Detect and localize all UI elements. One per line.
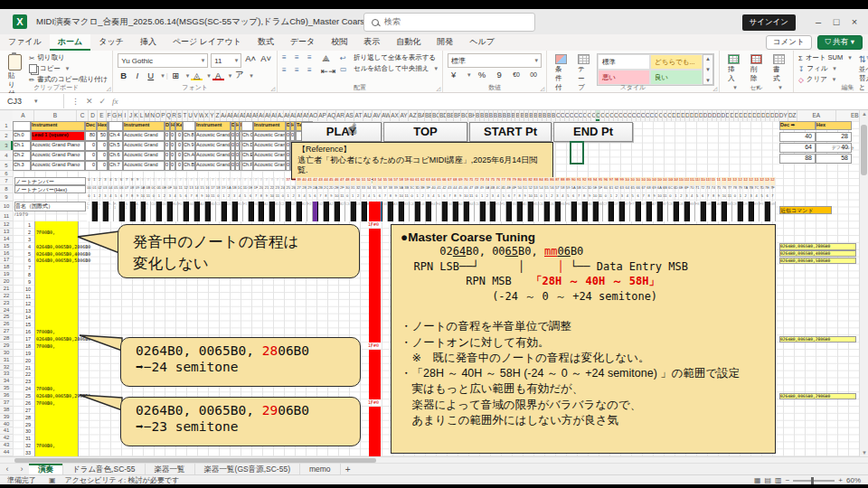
- value-cell[interactable]: 0: [175, 161, 183, 171]
- instrument-header-cell: Instrument: [123, 121, 165, 131]
- value-cell[interactable]: Ch.1: [13, 141, 31, 151]
- zoom-slider-thumb[interactable]: [811, 477, 814, 484]
- value-cell[interactable]: 0: [85, 161, 97, 171]
- callout-minus24[interactable]: 0264B0, 0065B0, 2806B0➡−24 semitone: [120, 337, 361, 387]
- value-cell[interactable]: Ch.0: [13, 131, 31, 141]
- reference-note-box[interactable]: 【Reference】逃亡者「初心者になるための耳コピMIDI講座」,2025年…: [291, 142, 553, 180]
- value-cell[interactable]: Ch.5: [108, 141, 123, 151]
- instrument-cell[interactable]: Acoustic Grand: [123, 131, 165, 141]
- value-cell[interactable]: Ch.8: [183, 131, 195, 141]
- scroll-down-icon[interactable]: ▼: [860, 450, 868, 455]
- value-cell[interactable]: Ch.B: [183, 161, 195, 171]
- page-break-view-icon[interactable]: ▥: [775, 476, 782, 484]
- value-cell[interactable]: Ch.A: [183, 151, 195, 161]
- measure-number-cell: 5: [13, 251, 31, 257]
- value-cell[interactable]: 0: [97, 161, 108, 171]
- value-cell[interactable]: Ch.6: [108, 151, 123, 161]
- end-pt-button[interactable]: END Pt: [553, 122, 633, 142]
- macro-record-icon[interactable]: ▣: [49, 476, 56, 484]
- key-label: D-1: [98, 202, 101, 210]
- midi-command-cell[interactable]: 7F00B0,: [36, 230, 55, 235]
- vertical-scroll-thumb[interactable]: [861, 125, 867, 175]
- midi-command-cell[interactable]: 7F00B0,: [36, 400, 55, 406]
- play-button[interactable]: PLAY: [301, 122, 382, 142]
- zoom-in-icon[interactable]: +: [838, 476, 843, 484]
- key-label: A6: [588, 202, 591, 206]
- midi-command-approx-cell[interactable]: 0264B0,0065B0,4006B0: [779, 250, 856, 257]
- value-cell[interactable]: Ch.4: [108, 131, 123, 141]
- value-cell[interactable]: Ch.E: [241, 151, 253, 161]
- value-cell[interactable]: 80: [85, 131, 97, 141]
- value-cell[interactable]: 0: [97, 141, 108, 151]
- key-label: F2: [307, 202, 311, 206]
- scroll-up-icon[interactable]: ▲: [860, 111, 868, 117]
- top-button[interactable]: TOP: [383, 122, 467, 142]
- zoom-slider[interactable]: [793, 480, 835, 482]
- instrument-cell[interactable]: Lead 1 (square): [31, 131, 85, 141]
- value-cell[interactable]: 0: [175, 151, 183, 161]
- instrument-cell[interactable]: Acoustic Grand Piano: [31, 161, 85, 171]
- text-part: RPN LSB──┘ │: [401, 260, 557, 273]
- dechex-dec-cell[interactable]: 64: [779, 143, 816, 153]
- instrument-cell[interactable]: Acoustic Grand: [195, 131, 231, 141]
- midi-command-cell[interactable]: 7F00B0,: [36, 443, 55, 448]
- key-label: F-1: [114, 202, 118, 210]
- value-cell[interactable]: 0: [85, 141, 97, 151]
- instrument-cell[interactable]: Acoustic Grand: [123, 151, 165, 161]
- value-cell[interactable]: Ch.9: [183, 141, 195, 151]
- midi-command-approx-cell[interactable]: 0264B0,0065B0,5806B0: [779, 258, 856, 264]
- value-cell[interactable]: Ch.3: [13, 161, 31, 171]
- midi-command-cell[interactable]: 7F00B0,: [36, 343, 55, 349]
- zoom-level[interactable]: 60%: [846, 476, 861, 484]
- playback-position-bar: [369, 350, 381, 399]
- instrument-cell[interactable]: Acoustic Grand: [123, 161, 165, 171]
- instrument-cell[interactable]: Acoustic Grand: [253, 131, 286, 141]
- callout-no-pitch-change[interactable]: 発音中のノートの音程は変化しない: [118, 224, 360, 278]
- value-cell[interactable]: Ch.7: [108, 161, 123, 171]
- instrument-cell[interactable]: Acoustic Grand: [123, 141, 165, 151]
- value-cell[interactable]: Ch.D: [241, 141, 253, 151]
- value-cell[interactable]: 0: [85, 151, 97, 161]
- measure-number-cell: 32: [13, 443, 31, 448]
- instrument-cell[interactable]: Acoustic Grand: [195, 141, 231, 151]
- measure-number-cell: 15: [13, 322, 31, 327]
- selected-cell-outline: [570, 141, 584, 164]
- normal-view-icon[interactable]: ▦: [754, 476, 761, 484]
- page-layout-view-icon[interactable]: ▤: [765, 476, 772, 484]
- midi-command-cell[interactable]: 7F00B0,: [36, 386, 55, 391]
- callout-minus23[interactable]: 0264B0, 0065B0, 2906B0➡−23 semitone: [120, 397, 361, 446]
- instrument-cell[interactable]: Acoustic Grand: [253, 151, 286, 161]
- dechex-dec-cell[interactable]: 40: [779, 132, 816, 142]
- midi-command-approx-cell[interactable]: 0264B0,0065B0,2906B0: [779, 393, 856, 399]
- key-label: D1: [227, 202, 231, 206]
- midi-command-approx-cell[interactable]: 0264B0,0065B0,2806B0: [779, 336, 856, 343]
- vertical-scrollbar[interactable]: ▲ ▼: [859, 110, 868, 456]
- value-cell[interactable]: 0: [175, 131, 183, 141]
- value-cell[interactable]: Ch.2: [13, 151, 31, 161]
- value-cell[interactable]: Ch.F: [241, 161, 253, 171]
- instrument-cell[interactable]: Acoustic Grand: [253, 141, 286, 151]
- value-cell[interactable]: 0: [97, 151, 108, 161]
- instrument-header-cell: Instrument: [195, 121, 231, 131]
- value-cell[interactable]: Ch.C: [241, 131, 253, 141]
- dechex-dec-cell[interactable]: 88: [779, 154, 816, 164]
- zoom-out-icon[interactable]: −: [786, 476, 790, 484]
- dechex-hex-cell[interactable]: 28: [816, 132, 852, 142]
- instrument-cell[interactable]: Acoustic Grand: [195, 151, 231, 161]
- dechex-hex-cell[interactable]: 58: [816, 154, 852, 164]
- key-label: A7: [652, 202, 656, 206]
- midi-command-cell[interactable]: 7F00B0,: [36, 329, 55, 334]
- instrument-cell[interactable]: Acoustic Grand Piano: [31, 151, 85, 161]
- value-cell[interactable]: 50: [97, 131, 108, 141]
- measure-number-cell: 28: [13, 415, 31, 420]
- master-coarse-tuning-box[interactable]: ●Master Coarse Tuning 0264B0, 0065B0, mm…: [391, 224, 776, 454]
- start-pt-button[interactable]: START Pt: [469, 122, 552, 142]
- key-label: F8: [695, 202, 699, 206]
- instrument-cell[interactable]: Acoustic Grand: [195, 161, 231, 171]
- key-label: B-1: [146, 202, 149, 210]
- instrument-cell[interactable]: Acoustic Grand Piano: [31, 141, 85, 151]
- midi-command-approx-cell[interactable]: 0264B0,0065B0,2806B0: [779, 243, 856, 249]
- key-label: G0: [189, 202, 193, 206]
- value-cell[interactable]: 0: [175, 141, 183, 151]
- instrument-cell[interactable]: Acoustic Grand: [253, 161, 286, 171]
